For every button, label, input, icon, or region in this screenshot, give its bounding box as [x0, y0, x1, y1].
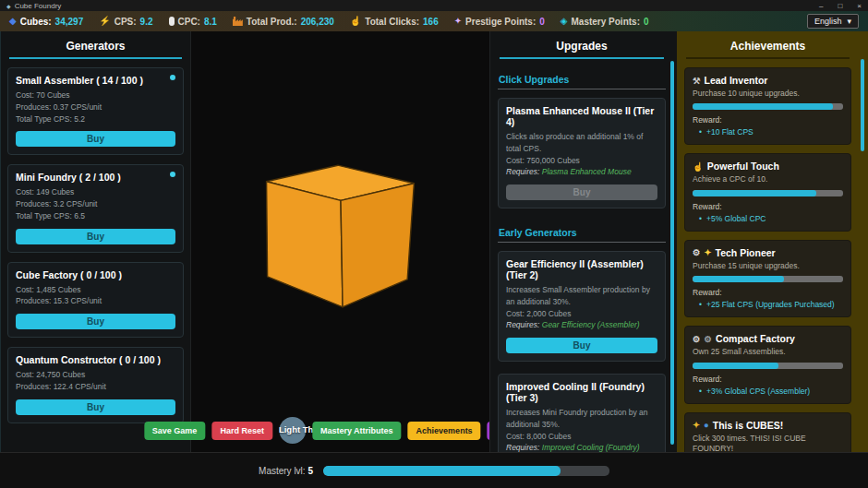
generator-card-quantum-constructor: Quantum Constructor ( 0 / 100 ) Cost: 24… [7, 347, 184, 423]
achievement-card-powerful-touch: ☝ Powerful Touch Achieve a CPC of 10. Re… [684, 153, 851, 231]
action-button-row: Save Game Hard Reset Light Theme Mastery… [144, 417, 536, 444]
upgrade-desc: Increases Mini Foundry production by an … [506, 407, 657, 431]
hard-reset-button[interactable]: Hard Reset [211, 422, 272, 440]
gear-icon: ⚙ [693, 334, 701, 344]
mastery-attributes-button[interactable]: Mastery Attributes [312, 422, 402, 440]
generator-total-cps: Total Type CPS: 6.5 [16, 210, 175, 222]
achievements-scrollbar[interactable] [861, 59, 864, 151]
generator-name: Small Assembler ( 14 / 100 ) [16, 75, 175, 86]
generator-produces: Produces: 3.2 CPS/unit [16, 198, 175, 210]
gear-icon: ⚙ [705, 334, 713, 344]
wrench-icon: ⚒ [693, 76, 701, 86]
stat-total-prod: Total Prod.: 206,230 [233, 17, 334, 27]
achievement-progress-bar [693, 363, 843, 369]
achievement-progress-fill [693, 190, 816, 196]
save-game-button[interactable]: Save Game [144, 422, 206, 440]
upgrade-card-gear-efficiency-2: Gear Efficiency II (Assembler) (Tier 2) … [498, 251, 666, 362]
cube-left-face[interactable] [266, 182, 343, 307]
buy-button[interactable]: Buy [506, 338, 657, 353]
game-canvas: Save Game Hard Reset Light Theme Mastery… [191, 31, 489, 452]
upgrade-cost: Cost: 750,000 Cubes [506, 155, 657, 167]
achievement-progress-bar [693, 190, 843, 196]
upgrade-name: Improved Cooling II (Foundry) (Tier 3) [506, 381, 657, 403]
reward-value: •+3% Global CPS (Assembler) [699, 387, 843, 396]
achievements-title-rule [686, 57, 850, 59]
buy-button[interactable]: Buy [16, 229, 175, 244]
achievement-desc: Click 300 times. THIS! IS! CUBE FOUNDRY! [693, 434, 843, 452]
achievements-title: Achievements [684, 31, 851, 57]
maximize-button[interactable]: □ [838, 2, 842, 10]
mastery-level-value: 5 [307, 466, 313, 476]
cube-diamond-icon: ◆ [9, 17, 17, 26]
close-button[interactable]: × [857, 2, 862, 10]
titlebar: ◆ Cube Foundry – □ × [0, 0, 868, 11]
clickable-cube[interactable] [264, 162, 416, 310]
buy-button[interactable]: Buy [16, 314, 175, 329]
upgrade-card-plasma-mouse-2: Plasma Enhanced Mouse II (Tier 4) Clicks… [498, 98, 666, 208]
upgrade-desc: Clicks also produce an additional 1% of … [506, 131, 657, 155]
upgrade-name: Gear Efficiency II (Assembler) (Tier 2) [506, 258, 657, 280]
mastery-level-label: Mastery lvl: 5 [259, 466, 313, 476]
mastery-progress-fill [323, 466, 561, 476]
lightning-icon: ⚡ [99, 17, 110, 26]
achievement-desc: Own 25 Small Assemblies. [693, 347, 843, 357]
upgrade-card-improved-cooling-2: Improved Cooling II (Foundry) (Tier 3) I… [498, 374, 666, 452]
lightbulb-icon: ✦ [705, 247, 712, 257]
stat-cpc: CPC: 8.1 [169, 17, 217, 27]
upgrades-panel: Upgrades Click Upgrades Plasma Enhanced … [489, 31, 677, 452]
generator-card-mini-foundry: Mini Foundry ( 2 / 100 ) Cost: 149 Cubes… [7, 164, 184, 252]
window-title: Cube Foundry [15, 2, 62, 10]
upgrade-requires: Requires: Plasma Enhanced Mouse [506, 166, 657, 178]
upgrade-cost: Cost: 8,000 Cubes [506, 431, 657, 443]
achievement-progress-bar [693, 276, 843, 282]
stats-bar: ◆ Cubes: 34,297 ⚡ CPS: 9.2 CPC: 8.1 Tota… [0, 11, 868, 31]
affordable-indicator-dot [170, 75, 175, 80]
gear-icon: ⚙ [693, 247, 701, 257]
mastery-gem-icon: ◈ [561, 17, 568, 26]
pointing-hand-icon: ☝ [350, 17, 361, 26]
language-dropdown[interactable]: English ▾ [807, 14, 859, 29]
buy-button-disabled[interactable]: Buy [506, 184, 657, 200]
upgrade-desc: Increases Small Assembler production by … [506, 284, 657, 308]
achievement-card-tech-pioneer: ⚙ ✦ Tech Pioneer Purchase 15 unique upgr… [684, 240, 851, 317]
buy-button[interactable]: Buy [16, 399, 175, 415]
achievements-panel: Achievements ⚒ Lead Inventor Purchase 10… [677, 31, 868, 452]
achievements-button[interactable]: Achievements [408, 422, 481, 440]
achievement-desc: Purchase 10 unique upgrades. [693, 89, 843, 99]
sparkle-icon: ✦ [454, 17, 462, 26]
stat-prestige-points: ✦ Prestige Points: 0 [454, 17, 545, 27]
megaphone-icon: ✦ [693, 420, 700, 430]
achievement-desc: Purchase 15 unique upgrades. [693, 261, 843, 271]
app-icon: ◆ [6, 3, 11, 9]
light-theme-button[interactable]: Light Theme [279, 417, 306, 444]
reward-value: •+5% Global CPC [699, 214, 843, 223]
section-header-click-upgrades: Click Upgrades [498, 67, 666, 89]
achievement-card-this-is-cubes: ✦ ● This is CUBES! Click 300 times. THIS… [684, 412, 851, 452]
reward-label: Reward: [693, 288, 843, 297]
upgrades-scrollbar[interactable] [670, 61, 674, 445]
achievement-name: Powerful Touch [707, 161, 779, 172]
upgrades-title-rule [500, 57, 664, 59]
buy-button[interactable]: Buy [16, 131, 175, 147]
generator-cost: Cost: 149 Cubes [16, 186, 175, 198]
cube-right-face[interactable] [341, 184, 414, 307]
upgrades-title: Upgrades [498, 31, 666, 57]
minimize-button[interactable]: – [819, 2, 823, 10]
mouse-icon [169, 17, 175, 26]
achievement-name: Tech Pioneer [716, 247, 776, 258]
chevron-down-icon: ▾ [847, 17, 851, 26]
generator-cost: Cost: 70 Cubes [16, 89, 175, 101]
generator-produces: Produces: 0.37 CPS/unit [16, 101, 175, 113]
generator-card-small-assembler: Small Assembler ( 14 / 100 ) Cost: 70 Cu… [7, 67, 184, 155]
upgrade-requires: Requires: Gear Efficiency (Assembler) [506, 319, 657, 331]
reward-label: Reward: [693, 202, 843, 211]
upgrade-requires: Requires: Improved Cooling (Foundry) [506, 442, 657, 452]
stat-mastery-points: ◈ Mastery Points: 0 [561, 17, 649, 27]
thumb-coin-icon: ☝ [693, 161, 704, 172]
stat-cps: ⚡ CPS: 9.2 [99, 17, 152, 27]
generator-card-cube-factory: Cube Factory ( 0 / 100 ) Cost: 1,485 Cub… [7, 262, 184, 339]
achievement-progress-fill [693, 276, 784, 282]
reward-value: •+25 Flat CPS (Upgrades Purchased) [699, 300, 843, 309]
stat-total-clicks: ☝ Total Clicks: 166 [350, 17, 439, 27]
mastery-bottom-bar: Mastery lvl: 5 [0, 452, 868, 488]
